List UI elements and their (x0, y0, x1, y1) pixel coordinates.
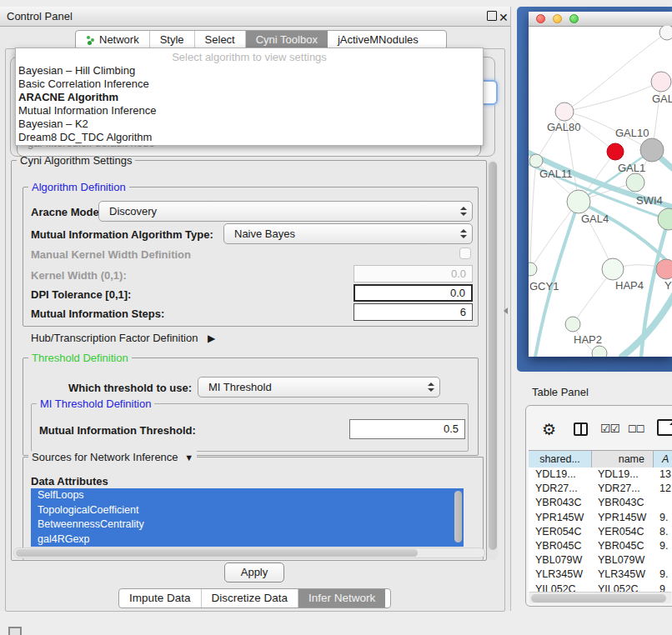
mi-steps-input[interactable]: 6 (354, 303, 473, 321)
mi-threshold-group-title: MI Threshold Definition (37, 398, 154, 410)
tab-select[interactable]: Select (195, 31, 246, 49)
cell: YBR045C (529, 539, 592, 553)
node-swi4 (658, 208, 672, 230)
tab-jactivemnodules[interactable]: jActiveMNodules (328, 31, 429, 49)
dropdown-item-selected[interactable]: ARACNE Algorithm (16, 91, 483, 104)
panel-splitter-handle[interactable] (504, 308, 508, 314)
cell: YLR345W (592, 568, 654, 582)
table-rows: YDL19... YDL19... 13 YDR27... YDR27... 1… (529, 468, 672, 592)
gear-icon[interactable]: ⚙ (542, 420, 556, 439)
tab-style[interactable]: Style (150, 31, 195, 49)
cell: YLR345W (529, 568, 592, 582)
node-label: Y (664, 279, 672, 292)
cell: 9. (654, 568, 668, 582)
node (592, 346, 607, 357)
mi-type-combo[interactable]: Naive Bayes (223, 223, 473, 244)
tab-label: Cyni Toolbox (256, 31, 318, 49)
table-row[interactable]: YDR27... YDR27... 12 (529, 482, 672, 496)
columns-icon[interactable] (574, 422, 588, 436)
table-row[interactable]: YBR043C YBR043C (529, 496, 672, 510)
network-canvas[interactable]: GAL GAL80 GAL10 GAL11 GAL1 SWI4 GAL4 GCY… (529, 26, 672, 357)
column-header-name[interactable]: name (592, 450, 654, 469)
table-row[interactable]: YBL079W YBL079W (529, 553, 672, 568)
node-gal7 (651, 72, 671, 92)
cell: YDL19... (529, 468, 592, 482)
node-red (607, 143, 624, 160)
node-hap4 (602, 258, 624, 280)
deselect-all-icon[interactable]: ☐☐ (628, 423, 644, 435)
tab-infer-network[interactable]: Infer Network (298, 589, 385, 608)
attribute-item[interactable]: BetweennessCentrality (31, 518, 464, 532)
node-gal10 (640, 138, 664, 162)
which-threshold-combo[interactable]: MI Threshold (198, 377, 440, 398)
dropdown-item[interactable]: Basic Correlation Inference (16, 78, 483, 91)
node-gcy1 (529, 262, 537, 276)
sources-title-label: Sources for Network Inference (32, 451, 178, 463)
settings-hscrollbar-track[interactable] (13, 548, 485, 558)
node-label: GAL11 (539, 168, 573, 180)
settings-hscrollbar-thumb[interactable] (16, 549, 418, 557)
apply-button[interactable]: Apply (224, 562, 284, 582)
attribute-item[interactable]: SelfLoops (31, 488, 464, 503)
settings-vscrollbar-thumb[interactable] (489, 162, 497, 550)
network-view-frame: GAL GAL80 GAL10 GAL11 GAL1 SWI4 GAL4 GCY… (517, 7, 672, 372)
hub-factor-expander[interactable]: Hub/Transcription Factor Definition ▶ (31, 332, 215, 344)
mac-close-button[interactable] (536, 14, 545, 23)
dropdown-item[interactable]: Dream8 DC_TDC Algorithm (16, 131, 483, 144)
dropdown-item[interactable]: Bayesian – Hill Climbing (16, 64, 483, 78)
table-row[interactable]: YDL19... YDL19... 13 (529, 468, 672, 482)
attribute-item[interactable]: gal4RGexp (31, 532, 464, 548)
table-row[interactable]: YER054C YER054C 8. (529, 525, 672, 539)
mac-minimize-button[interactable] (553, 14, 562, 23)
table-row[interactable]: YPR145W YPR145W 9. (529, 511, 672, 525)
close-icon[interactable]: ✕ (499, 8, 509, 28)
select-all-checks-icon[interactable]: ☑☑ (600, 422, 619, 435)
dpi-tolerance-input[interactable]: 0.0 (354, 284, 473, 302)
cell: 9. (654, 511, 668, 525)
aracne-mode-label: Aracne Mode: (31, 206, 103, 218)
settings-vscrollbar-track[interactable] (487, 160, 498, 560)
attribute-item[interactable]: TopologicalCoefficient (31, 503, 464, 518)
node-label: HAP2 (574, 333, 602, 346)
network-window-titlebar (529, 12, 672, 27)
manual-kernel-checkbox[interactable] (459, 248, 471, 259)
column-header-partial[interactable]: A (654, 450, 672, 469)
attributes-scrollbar[interactable] (454, 491, 462, 542)
aracne-mode-combo[interactable]: Discovery (98, 201, 473, 222)
column-header-shared-name[interactable]: shared... (529, 450, 592, 469)
mi-type-value: Naive Bayes (234, 228, 295, 240)
function-builder-icon[interactable] (657, 419, 672, 436)
algorithm-definition-title: Algorithm Definition (28, 181, 129, 193)
collapse-arrow-icon: ▼ (184, 452, 193, 462)
node-gal4 (567, 190, 590, 213)
mi-threshold-input[interactable]: 0.5 (349, 419, 465, 439)
tab-network[interactable]: Network (76, 31, 150, 49)
table-row[interactable]: YBR045C YBR045C 9. (529, 539, 672, 553)
table-row[interactable]: YLR345W YLR345W 9. (529, 568, 672, 582)
sources-title[interactable]: Sources for Network Inference ▼ (28, 451, 197, 464)
table-hscrollbar-track[interactable] (529, 592, 671, 603)
cell: YDR27... (529, 482, 592, 496)
table-hscrollbar-thumb[interactable] (531, 594, 666, 602)
minimized-panel-icon[interactable] (8, 627, 22, 635)
mi-steps-value: 6 (460, 306, 466, 318)
dropdown-item[interactable]: Bayesian – K2 (16, 118, 483, 131)
cell: YPR145W (529, 511, 592, 525)
node-label: GAL1 (618, 162, 645, 174)
cell: 12 (654, 482, 671, 496)
kernel-width-value: 0.0 (451, 268, 466, 280)
float-icon[interactable] (487, 11, 497, 21)
kernel-width-input[interactable]: 0.0 (354, 265, 473, 282)
table-panel-title: Table Panel (532, 386, 589, 398)
tab-cyni-toolbox[interactable]: Cyni Toolbox (246, 31, 328, 49)
tab-label: Impute Data (129, 589, 191, 608)
dropdown-item[interactable]: Mutual Information Inference (16, 104, 483, 118)
tab-impute-data[interactable]: Impute Data (119, 589, 202, 608)
table-row[interactable]: YIL052C YIL052C 9 (529, 582, 672, 592)
bottom-tabbar: Impute Data Discretize Data Infer Networ… (118, 588, 391, 608)
node (529, 154, 543, 168)
tab-discretize-data[interactable]: Discretize Data (202, 589, 299, 608)
node-salmon (656, 259, 672, 279)
cell: YBR043C (592, 496, 654, 510)
mac-zoom-button[interactable] (569, 14, 579, 23)
